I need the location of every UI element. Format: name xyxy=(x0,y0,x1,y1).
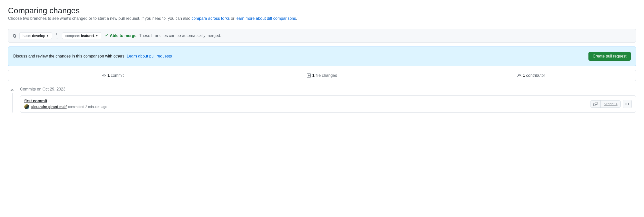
create-pr-banner: Discuss and review the changes in this c… xyxy=(8,46,636,66)
diff-comparisons-link[interactable]: learn more about diff comparisons xyxy=(235,16,296,20)
commit-icon xyxy=(102,74,106,78)
subtitle-text: Choose two branches to see what's change… xyxy=(8,16,191,20)
files-count: 1 xyxy=(312,73,314,78)
banner-prefix: Discuss and review the changes in this c… xyxy=(13,54,127,58)
tab-contributors[interactable]: 1 contributor xyxy=(427,70,636,81)
commits-date-header: Commits on Oct 29, 2023 xyxy=(20,87,636,92)
compare-tabs: 1 commit 1 file changed 1 contributor xyxy=(8,70,636,81)
banner-text: Discuss and review the changes in this c… xyxy=(13,54,172,58)
commits-label: commit xyxy=(110,73,124,78)
copy-sha-button[interactable] xyxy=(590,100,601,108)
caret-down-icon: ▼ xyxy=(96,34,98,37)
commit-sha-link[interactable]: 5cddd3e xyxy=(601,100,620,108)
compare-branch-selector[interactable]: compare: feature1 ▼ xyxy=(62,32,101,39)
arrow-left-icon: … xyxy=(55,32,59,39)
base-branch-selector[interactable]: base: develop ▼ xyxy=(19,32,52,39)
learn-pull-requests-link[interactable]: Learn about pull requests xyxy=(127,54,172,58)
contributors-label: contributor xyxy=(525,73,545,78)
commit-title-link[interactable]: first commit xyxy=(24,99,107,103)
avatar[interactable] xyxy=(24,104,29,109)
commit-actions: 5cddd3e xyxy=(590,100,632,108)
code-icon xyxy=(625,102,629,106)
commit-author-link[interactable]: alexandre-girard-maif xyxy=(31,105,67,109)
page-subtitle: Choose two branches to see what's change… xyxy=(8,16,636,25)
compare-label: compare: xyxy=(65,34,80,38)
people-icon xyxy=(517,74,521,78)
browse-code-button[interactable] xyxy=(623,100,632,108)
files-label: file changed xyxy=(314,73,337,78)
compare-branch-name: feature1 xyxy=(81,34,94,38)
timeline-line xyxy=(12,93,13,112)
commit-row: first commit alexandre-girard-maif commi… xyxy=(20,96,636,112)
git-compare-icon xyxy=(12,34,16,38)
subtitle-period: . xyxy=(296,16,297,20)
commits-list: Commits on Oct 29, 2023 first commit ale… xyxy=(8,87,636,112)
commit-timeline-icon xyxy=(11,88,14,92)
commit-time-text: committed 2 minutes ago xyxy=(68,105,107,109)
merge-status-text: These branches can be automatically merg… xyxy=(139,34,221,38)
base-label: base: xyxy=(23,34,31,38)
range-editor: base: develop ▼ … compare: feature1 ▼ Ab… xyxy=(8,29,636,42)
merge-able-text: Able to merge. xyxy=(110,34,138,38)
create-pull-request-button[interactable]: Create pull request xyxy=(588,52,631,61)
file-diff-icon xyxy=(307,74,311,78)
subtitle-or: or xyxy=(231,16,236,20)
compare-forks-link[interactable]: compare across forks xyxy=(191,16,230,20)
page-title: Comparing changes xyxy=(8,6,636,15)
tab-commits[interactable]: 1 commit xyxy=(8,70,217,81)
tab-files-changed[interactable]: 1 file changed xyxy=(217,70,427,81)
check-icon xyxy=(104,33,108,38)
merge-status: Able to merge. These branches can be aut… xyxy=(104,33,221,38)
commit-meta: alexandre-girard-maif committed 2 minute… xyxy=(24,104,107,109)
caret-down-icon: ▼ xyxy=(46,34,49,37)
base-branch-name: develop xyxy=(32,34,45,38)
